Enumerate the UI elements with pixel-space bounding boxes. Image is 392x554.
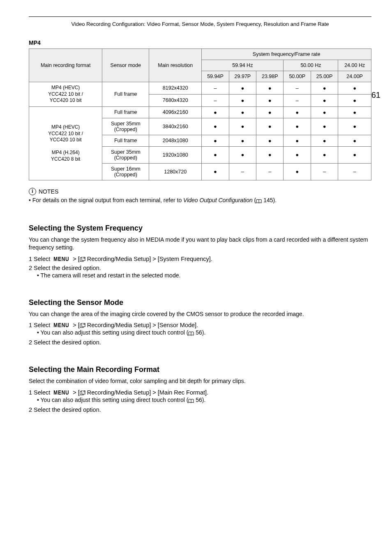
substep: • You can also adjust this setting using…	[37, 397, 371, 404]
info-icon: i	[29, 188, 36, 195]
table-cell: 8192x4320	[149, 82, 202, 95]
table-cell: ●	[284, 163, 311, 180]
table-cell: –	[338, 163, 371, 180]
table-cell: Super 35mm(Cropped)	[102, 118, 149, 135]
notes-page: 145).	[262, 197, 277, 203]
table-cell: 2048x1080	[149, 135, 202, 146]
table-cell: ●	[311, 135, 338, 146]
table-cell: ●	[284, 106, 311, 118]
table-cell: –	[311, 163, 338, 180]
table-cell: ●	[311, 82, 338, 95]
substep-text: • You can also adjust this setting using…	[37, 397, 188, 403]
step: 2 Select the desired option.	[29, 339, 371, 346]
step-text: 1 Select	[29, 256, 52, 262]
table-cell: ●	[284, 146, 311, 163]
table-cell: ●	[338, 146, 371, 163]
step-text: Recording/Media Setup] > [Main Rec Forma…	[85, 389, 208, 396]
table-cell: 1920x1080	[149, 146, 202, 163]
section-body-sensor: You can change the area of the imaging c…	[29, 310, 371, 318]
table-cell: ●	[338, 106, 371, 118]
menu-label: MENU	[54, 256, 69, 262]
table-cell: Super 35mm(Cropped)	[102, 146, 149, 163]
table-cell: MP4 (HEVC)YCC422 10 bit /YCC420 10 bitMP…	[29, 106, 102, 180]
table-cell: ●	[229, 135, 256, 146]
table-cell: 1280x720	[149, 163, 202, 180]
table-cell: –	[202, 82, 229, 95]
th-c3: 23.98P	[256, 71, 284, 82]
table-cell: ●	[202, 163, 229, 180]
table-cell: ●	[229, 82, 256, 95]
table-cell: 4096x2160	[149, 106, 202, 118]
table-cell: ●	[256, 94, 284, 106]
section-body-sysfreq: You can change the system frequency also…	[29, 236, 371, 252]
table-cell: ●	[338, 94, 371, 106]
section-body-mainrec: Select the combination of video format, …	[29, 377, 371, 385]
step-text: 1 Select	[29, 322, 52, 328]
table-cell: ●	[338, 82, 371, 95]
book-icon	[188, 397, 194, 404]
table-cell: ●	[256, 106, 284, 118]
notes-block: i NOTES • For details on the signal outp…	[29, 188, 371, 204]
rec-media-icon	[80, 322, 85, 328]
step: 2 Select the desired option.	[29, 406, 371, 413]
rec-media-icon	[80, 389, 85, 396]
table-cell: –	[202, 94, 229, 106]
notes-line: • For details on the signal output from …	[29, 197, 371, 204]
table-cell: ●	[284, 118, 311, 135]
step: 1 Select MENU > [ Recording/Media Setup]…	[29, 322, 371, 328]
step: 1 Select MENU > [ Recording/Media Setup]…	[29, 256, 371, 262]
step-text: Recording/Media Setup] > [Sensor Mode].	[85, 322, 198, 328]
substep-text: 56).	[194, 397, 205, 403]
notes-italic: Video Output Configuration	[183, 197, 253, 203]
th-resolution: Main resolution	[149, 49, 202, 82]
table-cell: ●	[311, 94, 338, 106]
menu-label: MENU	[54, 322, 69, 328]
table-cell: ●	[256, 118, 284, 135]
top-rule	[29, 16, 371, 17]
rec-media-icon	[80, 256, 85, 262]
step-text: > [	[71, 322, 80, 328]
section-title-sensor: Selecting the Sensor Mode	[29, 298, 371, 307]
step-text: > [	[71, 256, 80, 262]
table-cell: ●	[338, 118, 371, 135]
framerate-table: Main recording format Sensor mode Main r…	[29, 48, 371, 180]
th-format: Main recording format	[29, 49, 102, 82]
table-cell: ●	[229, 146, 256, 163]
table-cell: ●	[256, 135, 284, 146]
table-cell: Full frame	[102, 135, 149, 146]
table-cell: 3840x2160	[149, 118, 202, 135]
th-g1: 59.94 Hz	[202, 60, 284, 71]
table-cell: ●	[202, 135, 229, 146]
table-cell: ●	[256, 82, 284, 95]
th-sysfreq: System frequency/Frame rate	[202, 49, 371, 60]
table-cell: ●	[202, 106, 229, 118]
table-cell: ●	[202, 118, 229, 135]
page-number: 61	[371, 90, 380, 100]
table-cell: ●	[311, 106, 338, 118]
th-g3: 24.00 Hz	[338, 60, 371, 71]
step-text: 1 Select	[29, 389, 52, 396]
book-icon	[256, 198, 262, 204]
table-cell: –	[229, 163, 256, 180]
section-title-mainrec: Selecting the Main Recording Format	[29, 365, 371, 374]
table-cell: ●	[311, 146, 338, 163]
table-cell: 7680x4320	[149, 94, 202, 106]
th-c2: 29.97P	[229, 71, 256, 82]
th-c6: 24.00P	[338, 71, 371, 82]
th-c1: 59.94P	[202, 71, 229, 82]
page-header: Video Recording Configuration: Video For…	[29, 21, 371, 27]
notes-label: NOTES	[39, 188, 58, 195]
menu-label: MENU	[54, 389, 69, 396]
book-icon	[188, 330, 194, 337]
substep: • The camera will reset and restart in t…	[37, 272, 371, 279]
table-cell: ●	[311, 118, 338, 135]
substep-text: • You can also adjust this setting using…	[37, 329, 188, 336]
table-cell: ●	[229, 106, 256, 118]
notes-paren: (	[253, 197, 256, 203]
th-sensor: Sensor mode	[102, 49, 149, 82]
section-label-mp4: MP4	[29, 39, 371, 46]
table-cell: ●	[284, 135, 311, 146]
table-cell: –	[256, 163, 284, 180]
th-c5: 25.00P	[311, 71, 338, 82]
step: 2 Select the desired option.	[29, 265, 371, 271]
